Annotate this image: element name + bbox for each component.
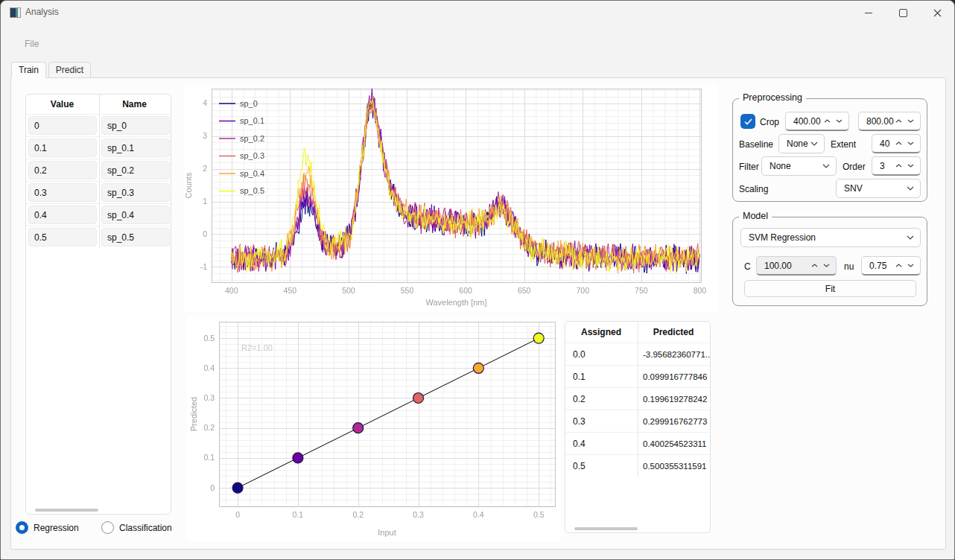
spin-up-icon[interactable] — [895, 164, 902, 168]
c-label: C — [744, 261, 751, 272]
predicted-cell: 0.400254523311 — [638, 433, 711, 454]
table-row: 0.3sp_0.3 — [26, 181, 171, 203]
nu-value: 0.75 — [862, 261, 895, 271]
maximize-icon — [899, 9, 907, 17]
spin-up-icon[interactable] — [895, 119, 902, 123]
results-col-assigned: Assigned — [565, 327, 637, 337]
tab-predict[interactable]: Predict — [48, 62, 91, 78]
table-row: 0.10.099916777846 — [565, 365, 710, 387]
predicted-cell: -3.95682360771.. — [638, 343, 711, 365]
table-row: 0.30.299916762773 — [565, 410, 710, 432]
predicted-cell: 0.500355311591 — [638, 455, 711, 477]
c-value: 100.00 — [757, 261, 811, 271]
baseline-value: None — [779, 139, 810, 149]
assigned-cell: 0.3 — [565, 410, 638, 432]
results-table-hscrollbar[interactable] — [574, 527, 638, 530]
preprocessing-group: Preprocessing Crop 400.00 800.00 Baselin… — [732, 98, 927, 202]
crop-label: Crop — [760, 117, 779, 127]
value-cell[interactable]: 0.4 — [28, 206, 97, 224]
predicted-cell: 0.199619278242 — [638, 388, 711, 410]
tab-train[interactable]: Train — [11, 62, 46, 78]
samples-table-hscrollbar[interactable] — [35, 509, 98, 512]
chevron-down-icon — [810, 141, 818, 146]
name-cell[interactable]: sp_0.5 — [101, 228, 170, 246]
close-icon — [933, 9, 942, 17]
prediction-chart — [187, 316, 561, 541]
chevron-down-icon — [907, 235, 914, 240]
predicted-cell: 0.299916762773 — [638, 410, 711, 432]
regression-radio-label: Regression — [34, 523, 79, 533]
classification-radio-circle — [101, 521, 114, 534]
table-row: 0.40.400254523311 — [565, 432, 710, 454]
chevron-down-icon — [907, 186, 914, 191]
spin-up-icon[interactable] — [824, 119, 831, 123]
order-spinbox[interactable]: 3 — [872, 156, 921, 176]
close-button[interactable] — [920, 1, 954, 25]
name-cell[interactable]: sp_0.1 — [101, 139, 170, 157]
model-type-value: SVM Regression — [741, 232, 907, 243]
filter-combobox[interactable]: None — [761, 156, 837, 176]
value-cell[interactable]: 0.1 — [28, 139, 97, 157]
extent-spinbox[interactable]: 40 — [872, 134, 921, 153]
classification-radio-label: Classification — [119, 523, 172, 533]
extent-value: 40 — [872, 139, 895, 149]
check-icon — [744, 118, 752, 125]
spin-down-icon[interactable] — [907, 119, 914, 123]
name-cell[interactable]: sp_0.3 — [101, 183, 170, 202]
c-spinbox[interactable]: 100.00 — [756, 256, 837, 276]
table-row: 0.4sp_0.4 — [26, 203, 171, 226]
order-value: 3 — [872, 161, 895, 171]
menu-file[interactable]: File — [20, 37, 43, 51]
crop-min-value: 400.00 — [786, 116, 824, 127]
classification-radio[interactable]: Classification — [101, 521, 172, 534]
spin-up-icon[interactable] — [811, 264, 818, 267]
value-cell[interactable]: 0.5 — [28, 228, 97, 246]
spin-down-icon[interactable] — [907, 164, 914, 168]
filter-value: None — [762, 161, 822, 171]
table-row: 0.0-3.95682360771.. — [565, 343, 710, 365]
maximize-button[interactable] — [886, 1, 920, 25]
predicted-cell: 0.099916777846 — [638, 366, 711, 387]
model-group-title: Model — [739, 211, 772, 221]
app-window: Analysis File Train Predict Value Name 0… — [0, 0, 955, 560]
assigned-cell: 0.1 — [565, 366, 638, 387]
name-cell[interactable]: sp_0 — [101, 116, 170, 135]
spin-down-icon[interactable] — [836, 119, 843, 123]
minimize-button[interactable] — [851, 1, 886, 25]
fit-button[interactable]: Fit — [744, 280, 916, 297]
crop-max-spinbox[interactable]: 800.00 — [858, 112, 921, 131]
spin-down-icon[interactable] — [907, 141, 914, 145]
value-cell[interactable]: 0.2 — [28, 161, 97, 179]
table-row: 0.20.199619278242 — [565, 387, 710, 410]
order-label: Order — [843, 162, 866, 172]
scaling-combobox[interactable]: SNV — [836, 179, 921, 198]
spectra-chart — [183, 84, 718, 312]
crop-max-value: 800.00 — [859, 116, 895, 127]
name-cell[interactable]: sp_0.2 — [101, 161, 170, 179]
spin-up-icon[interactable] — [895, 141, 902, 145]
results-col-predicted: Predicted — [637, 327, 710, 337]
spin-up-icon[interactable] — [895, 264, 902, 267]
assigned-cell: 0.4 — [565, 433, 638, 454]
spin-down-icon[interactable] — [907, 264, 914, 267]
results-table: Assigned Predicted 0.0-3.95682360771..0.… — [565, 321, 711, 533]
model-type-combobox[interactable]: SVM Regression — [740, 228, 921, 247]
value-cell[interactable]: 0 — [28, 116, 97, 135]
model-group: Model SVM Regression C 100.00 nu 0.75 Fi… — [732, 217, 927, 306]
table-row: 0.50.500355311591 — [565, 454, 710, 477]
titlebar: Analysis — [1, 1, 954, 25]
baseline-combobox[interactable]: None — [778, 134, 825, 153]
value-cell[interactable]: 0.3 — [28, 183, 97, 202]
name-cell[interactable]: sp_0.4 — [101, 206, 170, 224]
extent-label: Extent — [831, 139, 856, 150]
scaling-value: SNV — [837, 183, 907, 194]
assigned-cell: 0.2 — [565, 388, 638, 410]
crop-checkbox[interactable] — [740, 114, 755, 129]
spin-down-icon[interactable] — [823, 264, 830, 267]
assigned-cell: 0.5 — [565, 455, 638, 477]
regression-radio[interactable]: Regression — [16, 521, 79, 534]
crop-min-spinbox[interactable]: 400.00 — [785, 112, 849, 131]
nu-spinbox[interactable]: 0.75 — [861, 256, 921, 276]
regression-radio-circle — [16, 521, 28, 534]
baseline-label: Baseline — [739, 139, 773, 150]
